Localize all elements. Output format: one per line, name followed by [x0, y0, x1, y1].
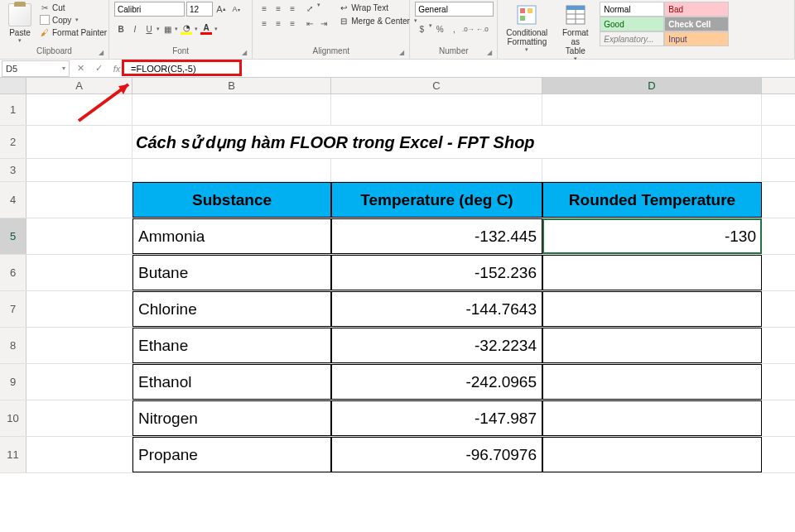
align-bottom-button[interactable]: ≡ — [286, 2, 299, 15]
cell-a9[interactable] — [26, 364, 132, 400]
font-dialog-launcher[interactable]: ◢ — [242, 49, 250, 57]
cell-d11[interactable] — [542, 437, 762, 472]
row-header-2[interactable]: 2 — [0, 126, 26, 158]
cell-c3[interactable] — [331, 159, 542, 181]
cell-a10[interactable] — [26, 400, 132, 436]
cell-a8[interactable] — [26, 328, 132, 363]
orientation-button[interactable]: ⤢ — [303, 2, 316, 15]
cell-a7[interactable] — [26, 291, 132, 327]
cell-a6[interactable] — [26, 255, 132, 290]
number-dialog-launcher[interactable]: ◢ — [487, 49, 495, 57]
cell-b7[interactable]: Chlorine — [132, 291, 331, 327]
cell-b10[interactable]: Nitrogen — [132, 400, 331, 436]
row-header-6[interactable]: 6 — [0, 255, 26, 290]
row-header-3[interactable]: 3 — [0, 159, 26, 181]
cell-a3[interactable] — [26, 159, 132, 181]
border-button[interactable]: ▦ — [161, 22, 174, 36]
comma-button[interactable]: , — [447, 22, 460, 36]
row-header-1[interactable]: 1 — [0, 94, 26, 125]
cell-c6[interactable]: -152.236 — [331, 255, 542, 290]
column-header-b[interactable]: B — [132, 78, 331, 93]
column-header-c[interactable]: C — [331, 78, 542, 93]
cell-c1[interactable] — [331, 94, 542, 125]
column-header-a[interactable]: A — [26, 78, 132, 93]
align-right-button[interactable]: ≡ — [286, 17, 299, 30]
cell-b8[interactable]: Ethane — [132, 328, 331, 363]
row-header-4[interactable]: 4 — [0, 182, 26, 218]
increase-font-button[interactable]: A▴ — [214, 2, 228, 16]
cell-d7[interactable] — [542, 291, 762, 327]
cell-b5[interactable]: Ammonia — [132, 218, 331, 254]
cell-b2[interactable]: Cách sử dụng hàm FLOOR trong Excel - FPT… — [132, 126, 762, 158]
fill-color-button[interactable]: ◔ — [179, 23, 194, 35]
style-good[interactable]: Good — [600, 17, 664, 31]
select-all-corner[interactable] — [0, 78, 26, 93]
cell-c5[interactable]: -132.445 — [331, 218, 542, 254]
row-header-8[interactable]: 8 — [0, 328, 26, 363]
cell-c10[interactable]: -147.987 — [331, 400, 542, 436]
decrease-decimal-button[interactable]: ←.0 — [475, 22, 489, 36]
style-normal[interactable]: Normal — [600, 2, 664, 17]
paste-button[interactable]: Paste ▾ — [5, 2, 35, 46]
cell-c9[interactable]: -242.0965 — [331, 364, 542, 400]
cell-b9[interactable]: Ethanol — [132, 364, 331, 400]
cell-a11[interactable] — [26, 437, 132, 472]
style-check-cell[interactable]: Check Cell — [664, 17, 729, 31]
cell-b11[interactable]: Propane — [132, 437, 331, 472]
align-top-button[interactable]: ≡ — [258, 2, 271, 15]
cut-button[interactable]: ✂Cut — [38, 2, 108, 13]
clipboard-dialog-launcher[interactable]: ◢ — [99, 49, 107, 57]
decrease-indent-button[interactable]: ⇤ — [303, 17, 316, 30]
row-header-10[interactable]: 10 — [0, 400, 26, 436]
alignment-dialog-launcher[interactable]: ◢ — [399, 49, 407, 57]
cell-d6[interactable] — [542, 255, 762, 290]
style-bad[interactable]: Bad — [664, 2, 729, 17]
cell-c7[interactable]: -144.7643 — [331, 291, 542, 327]
cell-c11[interactable]: -96.70976 — [331, 437, 542, 472]
cell-b1[interactable] — [132, 94, 331, 125]
cell-d5-active[interactable]: -130 — [542, 218, 762, 254]
wrap-text-button[interactable]: ↩Wrap Text — [337, 2, 419, 13]
cell-a5[interactable] — [26, 218, 132, 254]
cell-a4[interactable] — [26, 182, 132, 218]
underline-button[interactable]: U — [142, 22, 156, 36]
cell-b3[interactable] — [132, 159, 331, 181]
font-color-button[interactable]: A — [199, 23, 214, 35]
cell-d9[interactable] — [542, 364, 762, 400]
style-input[interactable]: Input — [664, 31, 729, 46]
cell-b6[interactable]: Butane — [132, 255, 331, 290]
cell-styles-gallery[interactable]: Normal Bad Good Check Cell Explanatory..… — [600, 2, 789, 46]
cell-a2[interactable] — [26, 126, 132, 158]
align-middle-button[interactable]: ≡ — [272, 2, 285, 15]
decrease-font-button[interactable]: A▾ — [229, 2, 243, 16]
font-name-input[interactable] — [114, 2, 185, 17]
row-header-5[interactable]: 5 — [0, 218, 26, 254]
align-left-button[interactable]: ≡ — [258, 17, 271, 30]
bold-button[interactable]: B — [114, 22, 128, 36]
column-header-d[interactable]: D — [542, 78, 762, 93]
cell-d3[interactable] — [542, 159, 762, 181]
conditional-formatting-button[interactable]: Conditional Formatting▾ — [503, 2, 551, 55]
cell-d10[interactable] — [542, 400, 762, 436]
style-explanatory[interactable]: Explanatory... — [600, 31, 664, 46]
increase-indent-button[interactable]: ⇥ — [317, 17, 330, 30]
cancel-formula-button[interactable]: ✕ — [71, 60, 89, 77]
row-header-11[interactable]: 11 — [0, 437, 26, 472]
cell-d1[interactable] — [542, 94, 762, 125]
cell-d8[interactable] — [542, 328, 762, 363]
row-header-7[interactable]: 7 — [0, 291, 26, 327]
cell-c8[interactable]: -32.2234 — [331, 328, 542, 363]
enter-formula-button[interactable]: ✓ — [89, 60, 108, 77]
merge-center-button[interactable]: ⊟Merge & Center▾ — [337, 15, 419, 26]
format-painter-button[interactable]: 🖌Format Painter — [38, 26, 108, 38]
format-as-table-button[interactable]: Format as Table▾ — [554, 2, 596, 64]
copy-button[interactable]: Copy▾ — [38, 14, 108, 26]
cell-d4-header[interactable]: Rounded Temperature — [542, 182, 762, 218]
increase-decimal-button[interactable]: .0→ — [461, 22, 475, 36]
cell-b4-header[interactable]: Substance — [132, 182, 331, 218]
font-size-input[interactable] — [186, 2, 213, 17]
insert-function-button[interactable]: fx — [108, 60, 126, 77]
accounting-format-button[interactable]: $ — [415, 22, 428, 36]
formula-input[interactable] — [126, 60, 795, 77]
align-center-button[interactable]: ≡ — [272, 17, 285, 30]
